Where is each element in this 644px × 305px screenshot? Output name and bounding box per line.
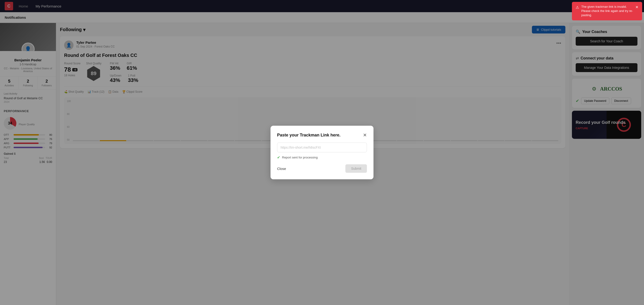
- modal-overlay[interactable]: Paste your Trackman Link here. ✕ ✔ Repor…: [0, 0, 644, 305]
- modal-header: Paste your Trackman Link here. ✕: [277, 132, 367, 138]
- modal-close-button[interactable]: ✕: [363, 132, 367, 138]
- toast-message: The given trackman link is invalid. Plea…: [581, 5, 633, 18]
- warning-icon: ⚠: [576, 5, 579, 10]
- modal-title: Paste your Trackman Link here.: [277, 133, 340, 138]
- modal-footer: Close Submit: [277, 164, 367, 173]
- modal-close-text-button[interactable]: Close: [277, 167, 286, 171]
- toast-close-button[interactable]: ✕: [635, 5, 638, 10]
- modal-success-message: ✔ Report sent for processing: [277, 155, 367, 160]
- trackman-link-input[interactable]: [277, 142, 367, 152]
- trackman-modal: Paste your Trackman Link here. ✕ ✔ Repor…: [270, 126, 374, 179]
- success-check-icon: ✔: [277, 155, 280, 160]
- success-text: Report sent for processing: [282, 156, 318, 159]
- modal-submit-button[interactable]: Submit: [346, 164, 367, 173]
- error-toast: ⚠ The given trackman link is invalid. Pl…: [572, 2, 642, 20]
